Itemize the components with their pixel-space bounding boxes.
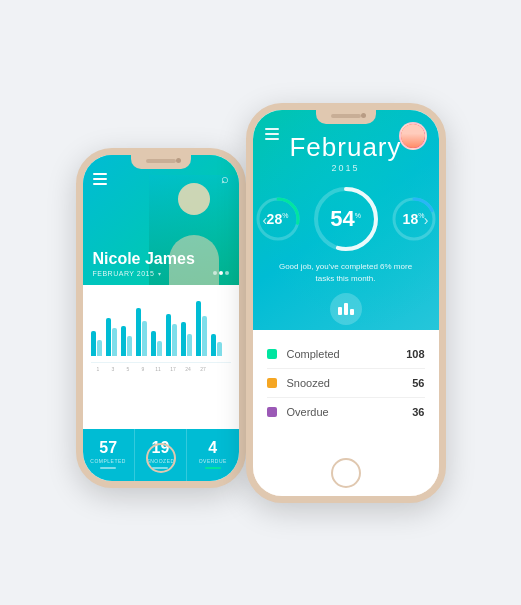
bar <box>187 334 192 356</box>
dot-overdue <box>267 407 277 417</box>
speaker <box>331 114 361 118</box>
circle-left: 28% <box>254 195 302 243</box>
list-item-completed: Completed 108 <box>267 340 425 369</box>
stat-label-overdue: OVERDUE <box>199 458 227 464</box>
stat-completed: 57 COMPLETED <box>83 429 135 481</box>
dot-completed <box>267 349 277 359</box>
circle-value-left: 28% <box>267 211 289 227</box>
stat-label-completed: COMPLETED <box>90 458 126 464</box>
camera <box>361 113 366 118</box>
chart-label: 3 <box>108 366 119 372</box>
user-name: Nicole James <box>93 250 229 268</box>
bar-group <box>196 301 207 356</box>
home-button-right[interactable] <box>331 458 361 488</box>
good-job-message: Good job, you've completed 6% more tasks… <box>253 255 439 285</box>
speaker <box>146 159 176 163</box>
stat-number-overdue: 4 <box>208 440 217 456</box>
bar-chart-icon <box>338 303 354 315</box>
bar <box>127 336 132 356</box>
bar <box>106 318 111 356</box>
bar <box>91 331 96 356</box>
pagination-dots <box>213 271 229 275</box>
chart-label: 5 <box>123 366 134 372</box>
left-screen: ⌕ Nicole James FEBRUARY 2015 ▾ <box>83 155 239 481</box>
bar <box>196 301 201 356</box>
search-icon[interactable]: ⌕ <box>221 171 229 186</box>
dot-snoozed <box>267 378 277 388</box>
stat-line <box>100 467 116 469</box>
stat-overdue: 4 OVERDUE <box>187 429 238 481</box>
bar <box>112 328 117 356</box>
bar <box>142 321 147 356</box>
year-label: 2015 <box>331 163 359 173</box>
date-label: FEBRUARY 2015 <box>93 270 155 277</box>
avatar-circle[interactable] <box>399 122 427 150</box>
avatar-face <box>178 183 210 215</box>
count-completed: 108 <box>406 348 424 360</box>
chart-label: 17 <box>168 366 179 372</box>
bar <box>151 331 156 356</box>
home-button[interactable] <box>146 443 176 473</box>
stat-number-completed: 57 <box>99 440 117 456</box>
chart-label: 9 <box>138 366 149 372</box>
bar <box>166 314 171 356</box>
bar <box>172 324 177 356</box>
right-phone: ‹ › February 2015 28% <box>246 103 446 503</box>
circle-center: 54% <box>310 183 382 255</box>
list-item-snoozed: Snoozed 56 <box>267 369 425 398</box>
stats-list: Completed 108 Snoozed 56 Overdue 36 <box>253 330 439 436</box>
chart-bars <box>91 293 231 363</box>
bar <box>121 326 126 356</box>
bar-group <box>106 318 117 356</box>
bar <box>202 316 207 356</box>
circles-row: 28% 54% <box>253 183 439 255</box>
list-item-overdue: Overdue 36 <box>267 398 425 426</box>
stat-line-overdue <box>205 467 221 469</box>
count-overdue: 36 <box>412 406 424 418</box>
bar-group <box>121 326 132 356</box>
label-completed: Completed <box>287 348 407 360</box>
left-avatar <box>149 175 239 285</box>
label-snoozed: Snoozed <box>287 377 413 389</box>
chart-label: 1 <box>93 366 104 372</box>
bar <box>157 341 162 356</box>
bar <box>217 342 222 356</box>
bar <box>136 308 141 356</box>
count-snoozed: 56 <box>412 377 424 389</box>
bar <box>97 340 102 356</box>
bar-group <box>181 322 192 356</box>
bar-group <box>166 314 177 356</box>
circle-value-center: 54% <box>330 206 361 232</box>
circle-value-right: 18% <box>403 211 425 227</box>
chart-label: 27 <box>198 366 209 372</box>
left-header: ⌕ Nicole James FEBRUARY 2015 ▾ <box>83 155 239 285</box>
avatar-image <box>401 124 425 148</box>
camera <box>176 158 181 163</box>
right-header: ‹ › February 2015 28% <box>253 110 439 330</box>
bar-group <box>211 334 222 356</box>
chart-label: 24 <box>183 366 194 372</box>
chart-button[interactable] <box>330 293 362 325</box>
month-title: February <box>289 132 401 163</box>
chart-section: 1 3 5 9 11 17 24 27 <box>83 285 239 429</box>
chevron-icon: ▾ <box>158 270 161 277</box>
label-overdue: Overdue <box>287 406 413 418</box>
right-screen: ‹ › February 2015 28% <box>253 110 439 496</box>
bar-group <box>151 331 162 356</box>
menu-icon[interactable] <box>93 173 107 185</box>
chart-labels: 1 3 5 9 11 17 24 27 <box>91 366 231 372</box>
bar-group <box>91 331 102 356</box>
circle-right: 18% <box>390 195 438 243</box>
date-row: FEBRUARY 2015 ▾ <box>93 270 229 277</box>
menu-icon[interactable] <box>265 128 279 140</box>
bar <box>211 334 216 356</box>
bar <box>181 322 186 356</box>
chart-label: 11 <box>153 366 164 372</box>
bar-group <box>136 308 147 356</box>
phones-container: ⌕ Nicole James FEBRUARY 2015 ▾ <box>76 103 446 503</box>
left-phone: ⌕ Nicole James FEBRUARY 2015 ▾ <box>76 148 246 488</box>
